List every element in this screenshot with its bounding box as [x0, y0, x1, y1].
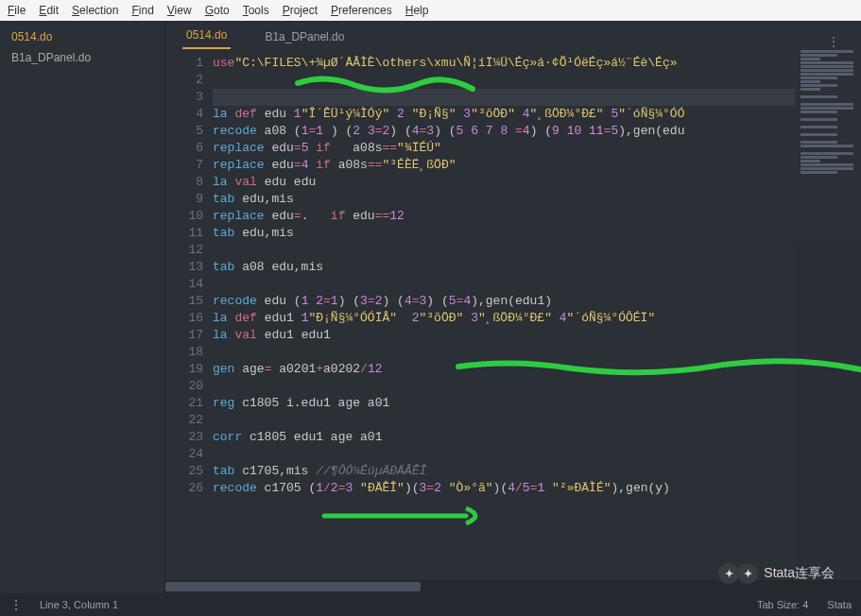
statusbar: ⋮ Line 3, Column 1 Tab Size: 4 Stata	[0, 593, 861, 616]
wechat-icon: ✦	[718, 563, 739, 584]
menu-edit[interactable]: Edit	[39, 4, 59, 17]
code-area[interactable]: use"C:\FILES\+¾µØ´ÅÂÌÈ\others\xmu\Ñ¦íÏ¼Ü…	[213, 49, 861, 580]
tabbar: 0514.doB1a_DPanel.do⋮	[165, 21, 861, 49]
wechat-icon: ✦	[737, 563, 758, 584]
tab[interactable]: 0514.do	[182, 23, 231, 49]
menu-project[interactable]: Project	[283, 4, 318, 17]
tabs-overflow-icon[interactable]: ⋮	[827, 34, 844, 49]
menu-tools[interactable]: Tools	[243, 4, 269, 17]
menu-find[interactable]: Find	[131, 4, 153, 17]
scrollbar-thumb[interactable]	[165, 582, 421, 591]
menu-help[interactable]: Help	[405, 4, 429, 17]
status-syntax[interactable]: Stata	[827, 599, 852, 610]
editor-wrap: 0514.doB1a_DPanel.do⋮ 123456789101112131…	[165, 21, 861, 593]
menu-icon[interactable]: ⋮	[9, 597, 23, 612]
sidebar-file[interactable]: B1a_DPanel.do	[0, 47, 164, 68]
menu-preferences[interactable]: Preferences	[331, 4, 392, 17]
watermark: ✦ ✦ Stata连享会	[718, 563, 835, 584]
menu-goto[interactable]: Goto	[205, 4, 230, 17]
main-area: 0514.doB1a_DPanel.do 0514.doB1a_DPanel.d…	[0, 21, 861, 593]
tab[interactable]: B1a_DPanel.do	[261, 25, 348, 49]
sidebar-open-files: 0514.doB1a_DPanel.do	[0, 21, 165, 593]
menubar: FileEditSelectionFindViewGotoToolsProjec…	[0, 0, 861, 21]
status-tabsize[interactable]: Tab Size: 4	[757, 599, 808, 610]
watermark-text: Stata连享会	[764, 565, 835, 582]
code-editor[interactable]: 1234567891011121314151617181920212223242…	[165, 49, 861, 580]
menu-selection[interactable]: Selection	[72, 4, 118, 17]
line-gutter: 1234567891011121314151617181920212223242…	[165, 49, 213, 580]
status-position[interactable]: Line 3, Column 1	[40, 599, 118, 610]
minimap[interactable]	[795, 49, 861, 578]
sidebar-file[interactable]: 0514.do	[0, 26, 164, 47]
menu-view[interactable]: View	[167, 4, 192, 17]
menu-file[interactable]: File	[8, 4, 26, 17]
